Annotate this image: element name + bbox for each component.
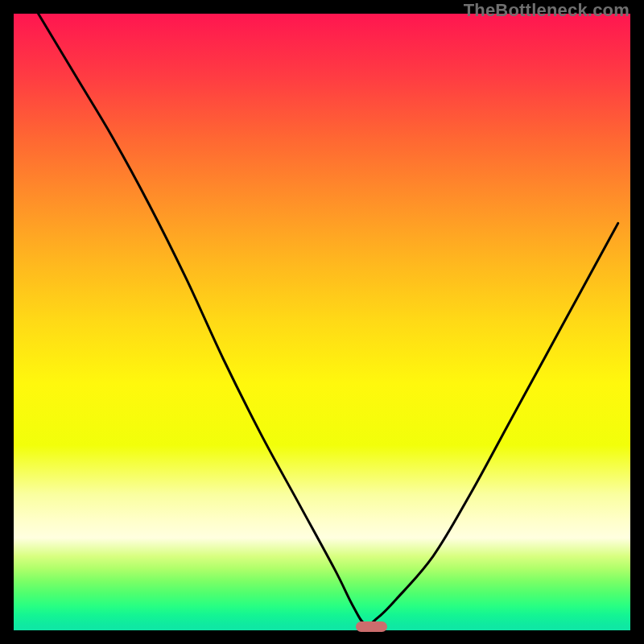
- bottleneck-curve: [14, 14, 630, 630]
- plot-area: [14, 14, 630, 630]
- optimal-marker: [356, 621, 387, 632]
- curve-path: [39, 14, 618, 625]
- watermark-text: TheBottleneck.com: [464, 0, 630, 21]
